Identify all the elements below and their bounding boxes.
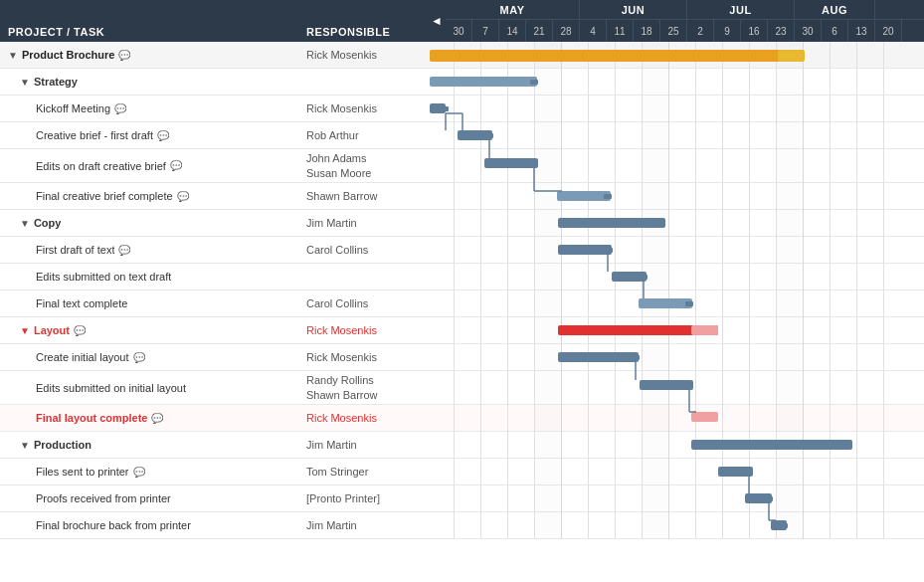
row-first-draft-text: First draft of text 💬 Carol Collins: [0, 237, 428, 264]
bar-product-brochure-end: [778, 50, 805, 62]
row-edits-draft: Edits on draft creative brief 💬 John Ada…: [0, 149, 428, 183]
row-create-layout: Create initial layout 💬 Rick Mosenkis: [0, 344, 428, 371]
task-label-final-layout: Final layout complete: [36, 412, 147, 424]
task-final-text: Final text complete: [0, 297, 298, 309]
task-creative-brief: Creative brief - first draft 💬: [0, 129, 298, 141]
row-creative-brief: Creative brief - first draft 💬 Rob Arthu…: [0, 122, 428, 149]
task-label-creative-brief: Creative brief - first draft: [36, 129, 153, 141]
comment-icon-product-brochure: 💬: [118, 50, 130, 61]
task-production: ▼ Production: [0, 439, 298, 451]
task-final-brochure: Final brochure back from printer: [0, 519, 298, 531]
task-label-product-brochure: Product Brochure: [22, 49, 115, 61]
bar-create-layout-tab: [632, 355, 640, 360]
comment-icon-files-printer: 💬: [133, 467, 145, 478]
bar-strategy-tab: [530, 80, 538, 85]
week-30b: 30: [795, 20, 822, 42]
task-label-edits-layout: Edits submitted on initial layout: [36, 382, 186, 394]
resp-final-creative: Shawn Barrow: [298, 189, 428, 203]
task-final-creative: Final creative brief complete 💬: [0, 190, 298, 202]
resp-final-layout: Rick Mosenkis: [298, 411, 428, 425]
gantt-body: ▼ Product Brochure 💬 Rick Mosenkis ▼ Str…: [0, 42, 924, 539]
bar-layout-end: [691, 325, 718, 335]
comment-icon-kickoff: 💬: [114, 103, 126, 114]
row-proofs: Proofs received from printer [Pronto Pri…: [0, 485, 428, 512]
task-label-files-printer: Files sent to printer: [36, 466, 129, 478]
gantt-bars-svg: [428, 42, 884, 539]
resp-proofs: [Pronto Printer]: [298, 491, 428, 505]
vertical-grid: [428, 42, 924, 539]
expand-icon-layout[interactable]: ▼: [20, 325, 30, 336]
task-label-create-layout: Create initial layout: [36, 351, 129, 363]
task-label-final-creative: Final creative brief complete: [36, 190, 173, 202]
bar-production: [691, 440, 852, 450]
task-label-final-brochure: Final brochure back from printer: [36, 519, 191, 531]
resp-edits-draft: John AdamsSusan Moore: [298, 151, 428, 180]
expand-icon-production[interactable]: ▼: [20, 440, 30, 451]
resp-files-printer: Tom Stringer: [298, 465, 428, 479]
task-kickoff: Kickoff Meeting 💬: [0, 102, 298, 114]
comment-icon-edits-draft: 💬: [170, 160, 182, 171]
row-production: ▼ Production Jim Martin: [0, 432, 428, 459]
task-label-copy: Copy: [34, 217, 62, 229]
header-left: PROJECT / TASK RESPONSIBLE: [0, 0, 428, 42]
bar-final-text-tab: [685, 301, 693, 306]
comment-icon-create-layout: 💬: [133, 352, 145, 363]
task-product-brochure: ▼ Product Brochure 💬: [0, 49, 298, 61]
bar-files-printer-tab: [745, 470, 753, 475]
nav-back-button[interactable]: ◄: [428, 0, 446, 42]
row-final-creative: Final creative brief complete 💬 Shawn Ba…: [0, 183, 428, 210]
bar-files-printer: [718, 467, 753, 477]
week-28: 28: [553, 20, 580, 42]
bar-edits-draft: [484, 158, 538, 168]
chart-pane: [428, 42, 924, 539]
month-jul: JUL: [687, 0, 795, 19]
bar-edits-layout-tab: [685, 383, 693, 388]
expand-icon-strategy[interactable]: ▼: [20, 77, 30, 88]
expand-icon-copy[interactable]: ▼: [20, 218, 30, 229]
week-23: 23: [768, 20, 795, 42]
bar-final-creative: [557, 191, 611, 201]
row-product-brochure: ▼ Product Brochure 💬 Rick Mosenkis: [0, 42, 428, 69]
month-row: MAY JUN JUL AUG: [446, 0, 924, 20]
task-pane: ▼ Product Brochure 💬 Rick Mosenkis ▼ Str…: [0, 42, 428, 539]
month-jun: JUN: [580, 0, 687, 19]
header-timeline: MAY JUN JUL AUG 30 7 14 21 28 4 11 18 25…: [446, 0, 924, 42]
month-may: MAY: [446, 0, 580, 19]
comment-icon-layout: 💬: [74, 325, 86, 336]
resp-layout: Rick Mosenkis: [298, 323, 428, 337]
task-label-production: Production: [34, 439, 92, 451]
week-6: 6: [822, 20, 848, 42]
week-16: 16: [741, 20, 768, 42]
row-final-brochure: Final brochure back from printer Jim Mar…: [0, 512, 428, 539]
row-edits-text: Edits submitted on text draft: [0, 264, 428, 291]
task-label-edits-draft: Edits on draft creative brief: [36, 160, 166, 172]
comment-icon-first-draft-text: 💬: [118, 245, 130, 256]
bar-final-brochure-tab: [780, 523, 788, 528]
week-9: 9: [714, 20, 741, 42]
resp-edits-layout: Randy RollinsShawn Barrow: [298, 373, 428, 402]
task-edits-text: Edits submitted on text draft: [0, 271, 298, 283]
week-13: 13: [848, 20, 875, 42]
task-label-final-text: Final text complete: [36, 297, 127, 309]
task-label-layout: Layout: [34, 324, 70, 336]
chart-grid: [428, 42, 924, 539]
row-strategy: ▼ Strategy: [0, 69, 428, 96]
bar-creative-brief-tab: [485, 133, 493, 138]
bar-copy: [558, 218, 665, 228]
comment-icon-final-creative: 💬: [177, 191, 189, 202]
row-files-printer: Files sent to printer 💬 Tom Stringer: [0, 459, 428, 485]
bar-first-draft-text-tab: [605, 248, 613, 253]
month-aug: AUG: [795, 0, 875, 19]
week-2: 2: [687, 20, 714, 42]
resp-create-layout: Rick Mosenkis: [298, 350, 428, 364]
task-label-strategy: Strategy: [34, 76, 78, 88]
bar-kickoff-tab: [441, 106, 449, 111]
row-copy: ▼ Copy Jim Martin: [0, 210, 428, 237]
bar-first-draft-text: [558, 245, 612, 255]
task-first-draft-text: First draft of text 💬: [0, 244, 298, 256]
resp-final-text: Carol Collins: [298, 296, 428, 310]
expand-icon[interactable]: ▼: [8, 50, 18, 61]
week-row: 30 7 14 21 28 4 11 18 25 2 9 16 23 30 6 …: [446, 20, 924, 42]
bar-edits-text: [612, 272, 647, 282]
bar-kickoff: [430, 103, 446, 113]
